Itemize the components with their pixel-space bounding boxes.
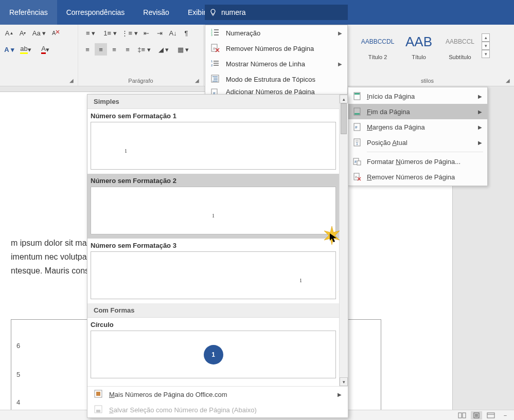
page-number-gallery: Simples Número sem Formatação 1 1 Número… xyxy=(87,94,348,418)
svg-text:3: 3 xyxy=(211,33,212,36)
svg-text:#: # xyxy=(355,125,358,130)
shrink-font-button[interactable]: A▾ xyxy=(16,27,29,39)
submenu-page-margins[interactable]: # Margens da Página ▶ xyxy=(348,119,487,135)
tab-review[interactable]: Revisão xyxy=(134,0,179,25)
gallery-item-plain-2[interactable]: Número sem Formatação 2 1 xyxy=(87,174,339,239)
svg-rect-25 xyxy=(96,392,100,396)
ribbon-group-font: A▲ A▾ Aa ▾ A A ▾ ab ▾ A ▾ ◢ xyxy=(0,25,78,86)
submenu-remove-page-numbers[interactable]: # Remover Números de Página xyxy=(348,169,487,185)
gallery-save-selection: Salvar Seleção como Número de Página (Ab… xyxy=(87,402,348,417)
text-effects-button[interactable]: A ▾ xyxy=(3,43,15,56)
tab-mailings[interactable]: Correspondências xyxy=(57,0,134,25)
page-bottom-icon xyxy=(352,107,362,116)
submenu-format-page-numbers[interactable]: # Formatar Números de Página... xyxy=(348,154,487,169)
submenu-current-position[interactable]: 1 Posição Atual ▶ xyxy=(348,135,487,150)
lightbulb-icon xyxy=(209,8,217,16)
font-color-button[interactable]: A ▾ xyxy=(36,43,55,56)
gallery-scrollbar[interactable]: ▴ ▾ xyxy=(339,95,348,386)
bullets-button[interactable]: ≡ ▾ xyxy=(81,27,100,39)
tellme-item-outline-view[interactable]: Modo de Estrutura de Tópicos xyxy=(205,71,347,87)
submenu-bottom-of-page[interactable]: Fim da Página ▶ xyxy=(348,104,487,119)
submenu-arrow-icon: ▶ xyxy=(478,94,482,99)
page-margins-icon: # xyxy=(352,122,362,132)
multilevel-button[interactable]: ⋮≡ ▾ xyxy=(120,27,139,39)
tab-references[interactable]: Referências xyxy=(0,0,57,25)
styles-expand[interactable]: ▾ xyxy=(482,50,490,58)
scrollbar-up-button[interactable]: ▴ xyxy=(340,95,348,103)
numbering-button[interactable]: 1≡ ▾ xyxy=(101,27,119,39)
web-layout-button[interactable] xyxy=(485,411,497,419)
gallery-item-title: Círculo xyxy=(91,320,336,331)
menu-item-label: Mais Números de Página do Office.com xyxy=(109,391,227,398)
outline-view-icon xyxy=(210,74,221,84)
svg-rect-29 xyxy=(463,413,466,418)
svg-text:#: # xyxy=(355,160,357,163)
remove-page-number-icon: # xyxy=(352,172,362,181)
gallery-more-from-office[interactable]: Mais Números de Página do Office.com ▶ xyxy=(87,387,348,402)
scrollbar-thumb[interactable] xyxy=(341,103,347,134)
line-numbers-icon: 12 xyxy=(210,59,221,69)
borders-button[interactable]: ▦ ▾ xyxy=(174,43,192,56)
style-heading2[interactable]: AABBCCDL Título 2 xyxy=(358,29,398,63)
tellme-item-line-numbers[interactable]: 12 Mostrar Números de Linha ▶ xyxy=(205,56,347,71)
office-icon xyxy=(94,389,104,399)
ribbon-group-paragraph: ≡ ▾ 1≡ ▾ ⋮≡ ▾ ⇤ ⇥ A↓ ¶ ≡ ≡ ≡ ≡ ‡≡ ▾ ◢ ▾ … xyxy=(78,25,204,86)
style-title[interactable]: AAB Título xyxy=(399,29,439,63)
svg-rect-27 xyxy=(96,410,100,412)
gallery-item-circle[interactable]: Círculo 1 xyxy=(87,318,339,382)
menu-item-label: Numeração xyxy=(226,29,260,37)
submenu-arrow-icon: ▶ xyxy=(478,124,482,130)
decrease-indent-button[interactable]: ⇤ xyxy=(140,27,152,39)
styles-scroll-down[interactable]: ▾ xyxy=(482,42,490,50)
gallery-item-title: Número sem Formatação 2 xyxy=(91,176,336,187)
submenu-top-of-page[interactable]: Início da Página ▶ xyxy=(348,88,487,104)
paragraph-dialog-launcher[interactable]: ◢ xyxy=(195,78,202,85)
menu-item-label: Remover Números de Página xyxy=(367,173,455,181)
shading-button[interactable]: ◢ ▾ xyxy=(154,43,173,56)
highlight-button[interactable]: ab ▾ xyxy=(16,43,35,56)
svg-rect-21 xyxy=(357,161,361,165)
style-subtitle[interactable]: AABBCCL Subtítulo xyxy=(440,29,480,63)
paragraph-group-label: Parágrafo xyxy=(81,77,200,85)
align-center-button[interactable]: ≡ xyxy=(95,43,107,56)
styles-dialog-launcher[interactable]: ◢ xyxy=(506,78,513,85)
tell-me-search[interactable] xyxy=(205,5,348,20)
sort-button[interactable]: A↓ xyxy=(167,27,179,39)
styles-scroll-up[interactable]: ▴ xyxy=(482,33,490,42)
tell-me-input[interactable] xyxy=(221,8,344,16)
gallery-item-title: Número sem Formatação 1 xyxy=(91,111,336,122)
submenu-arrow-icon: ▶ xyxy=(478,140,482,145)
justify-button[interactable]: ≡ xyxy=(121,43,134,56)
zoom-out-button[interactable]: − xyxy=(500,411,511,419)
line-spacing-button[interactable]: ‡≡ ▾ xyxy=(135,43,153,56)
font-dialog-launcher[interactable]: ◢ xyxy=(69,78,77,85)
change-case-button[interactable]: Aa ▾ xyxy=(30,27,48,39)
align-right-button[interactable]: ≡ xyxy=(108,43,120,56)
gallery-item-plain-1[interactable]: Número sem Formatação 1 1 xyxy=(87,109,339,174)
svg-rect-12 xyxy=(355,93,360,95)
menu-item-label: Salvar Seleção como Número de Página (Ab… xyxy=(109,406,257,414)
grow-font-button[interactable]: A▲ xyxy=(3,27,15,39)
page-top-icon xyxy=(352,92,362,101)
increase-indent-button[interactable]: ⇥ xyxy=(153,27,166,39)
show-marks-button[interactable]: ¶ xyxy=(180,27,192,39)
tellme-item-remove-page-numbers[interactable]: # Remover Números de Página xyxy=(205,41,347,56)
chart-axis-label: 4 xyxy=(16,397,20,408)
clear-formatting-button[interactable]: A xyxy=(49,27,62,39)
tellme-item-numbering[interactable]: 123 Numeração ▶ xyxy=(205,25,347,41)
menu-item-label: Remover Números de Página xyxy=(226,45,314,52)
title-bar: Referências Correspondências Revisão Exi… xyxy=(0,0,514,25)
print-layout-button[interactable] xyxy=(471,411,482,419)
scrollbar-down-button[interactable]: ▾ xyxy=(340,377,348,386)
menu-item-label: Formatar Números de Página... xyxy=(367,158,460,166)
gallery-item-title: Número sem Formatação 3 xyxy=(91,241,336,251)
submenu-arrow-icon: ▶ xyxy=(338,61,342,67)
read-mode-button[interactable] xyxy=(456,411,468,419)
remove-page-number-icon: # xyxy=(210,43,221,53)
align-left-button[interactable]: ≡ xyxy=(81,43,94,56)
gallery-item-plain-3[interactable]: Número sem Formatação 3 1 xyxy=(87,239,339,303)
page-number-position-menu: Início da Página ▶ Fim da Página ▶ # Mar… xyxy=(348,87,488,186)
submenu-arrow-icon: ▶ xyxy=(478,109,482,115)
ribbon-tabs: Referências Correspondências Revisão Exi… xyxy=(0,0,215,25)
menu-item-label: Início da Página xyxy=(367,93,415,100)
